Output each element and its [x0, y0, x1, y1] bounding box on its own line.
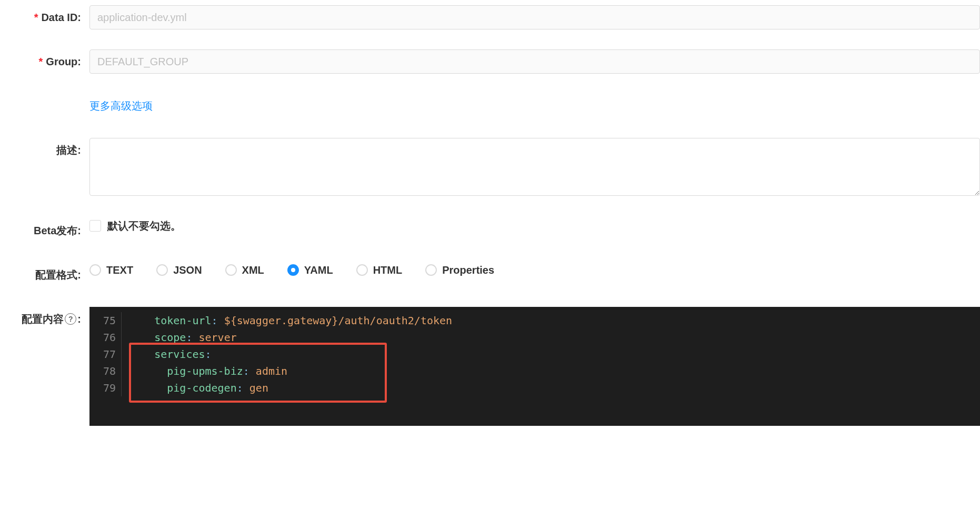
description-textarea[interactable] [89, 138, 980, 196]
line-number: 75 [89, 312, 121, 329]
line-number: 78 [89, 363, 121, 380]
radio-circle-icon [287, 264, 299, 276]
beta-hint-text: 默认不要勾选。 [107, 218, 181, 233]
radio-circle-icon [225, 264, 237, 276]
format-radio-label: JSON [173, 263, 202, 277]
description-label: 描述: [0, 138, 89, 162]
content-label-colon: : [77, 307, 81, 331]
help-icon[interactable]: ? [65, 313, 76, 325]
format-radio-label: Properties [442, 263, 494, 277]
format-radio-properties[interactable]: Properties [425, 263, 494, 277]
code-content: scope: server [129, 329, 237, 346]
code-editor[interactable]: 75 token-url: ${swagger.gateway}/auth/oa… [89, 307, 980, 426]
radio-circle-icon [425, 264, 437, 276]
gutter-border [121, 346, 122, 363]
radio-circle-icon [156, 264, 168, 276]
code-line: 79 pig-codegen: gen [89, 380, 980, 396]
format-radio-text[interactable]: TEXT [89, 263, 133, 277]
format-radio-yaml[interactable]: YAML [287, 263, 333, 277]
group-input[interactable] [89, 49, 980, 74]
gutter-border [121, 380, 122, 396]
code-line: 75 token-url: ${swagger.gateway}/auth/oa… [89, 312, 980, 329]
content-label: 配置内容 [22, 307, 64, 331]
data-id-input[interactable] [89, 5, 980, 29]
format-radio-html[interactable]: HTML [356, 263, 403, 277]
more-options-link[interactable]: 更多高级选项 [89, 100, 153, 112]
required-star-icon: * [39, 56, 43, 67]
required-star-icon: * [34, 12, 38, 23]
format-radio-label: YAML [304, 263, 333, 277]
format-radio-label: TEXT [106, 263, 133, 277]
group-label: *Group: [0, 49, 89, 74]
code-line: 77 services: [89, 346, 980, 363]
line-number: 77 [89, 346, 121, 363]
line-number: 76 [89, 329, 121, 346]
code-line: 78 pig-upms-biz: admin [89, 363, 980, 380]
code-content: pig-codegen: gen [129, 380, 268, 396]
code-content: services: [129, 346, 212, 363]
code-line: 76 scope: server [89, 329, 980, 346]
format-label: 配置格式: [0, 263, 89, 287]
gutter-border [121, 329, 122, 346]
format-radio-label: XML [242, 263, 264, 277]
code-content: pig-upms-biz: admin [129, 363, 287, 380]
data-id-label: *Data ID: [0, 5, 89, 29]
radio-circle-icon [89, 264, 101, 276]
code-content: token-url: ${swagger.gateway}/auth/oauth… [129, 312, 452, 329]
gutter-border [121, 363, 122, 380]
format-radio-xml[interactable]: XML [225, 263, 264, 277]
beta-label: Beta发布: [0, 218, 89, 243]
format-radio-label: HTML [373, 263, 403, 277]
line-number: 79 [89, 380, 121, 396]
gutter-border [121, 312, 122, 329]
format-radio-json[interactable]: JSON [156, 263, 202, 277]
beta-checkbox[interactable] [89, 220, 101, 232]
radio-circle-icon [356, 264, 368, 276]
